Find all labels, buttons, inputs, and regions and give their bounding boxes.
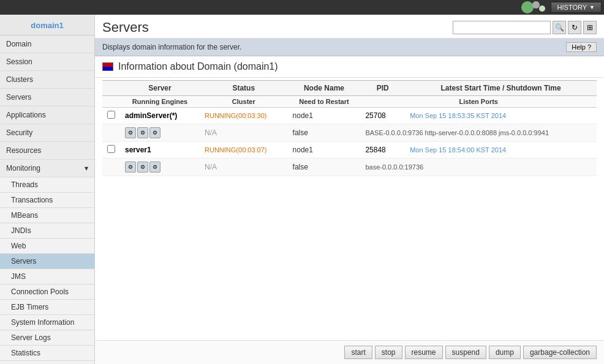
- col-header-status: Status: [200, 81, 288, 96]
- sub-col-need-restart: Need to Restart: [288, 96, 361, 108]
- sidebar-item-applications[interactable]: Applications: [0, 106, 94, 124]
- start-button[interactable]: start: [344, 346, 372, 359]
- sidebar-sub-threads[interactable]: Threads: [0, 177, 94, 193]
- server-icons-2: ⚙ ⚙ ⚙: [120, 158, 200, 176]
- sidebar-item-resources[interactable]: Resources: [0, 142, 94, 160]
- sidebar-sub-server-logs[interactable]: Server Logs: [0, 330, 94, 346]
- server-node-1: node1: [288, 108, 361, 124]
- refresh-button[interactable]: ↻: [568, 21, 581, 34]
- sidebar-item-security[interactable]: Security: [0, 124, 94, 142]
- search-button[interactable]: 🔍: [553, 21, 566, 34]
- server-icons-1: ⚙ ⚙ ⚙: [120, 124, 200, 142]
- sub-empty-1: [102, 124, 120, 142]
- sub-col-listen-ports: Listen Ports: [360, 96, 597, 108]
- engine-icon-2c[interactable]: ⚙: [149, 162, 160, 173]
- sidebar-item-clusters[interactable]: Clusters: [0, 71, 94, 89]
- info-text: Displays domain information for the serv…: [102, 43, 241, 51]
- server-cluster-1: N/A: [200, 124, 288, 142]
- server-start-2: Mon Sep 15 18:54:00 KST 2014: [405, 142, 597, 158]
- sidebar-sub-system-info[interactable]: System Information: [0, 315, 94, 330]
- server-ports-1: BASE-0.0.0.0:9736 http-server-0.0.0.0:80…: [360, 124, 597, 142]
- gc-button[interactable]: garbage-collection: [523, 346, 597, 359]
- servers-table-wrapper: Server Status Node Name PID Latest Start…: [95, 78, 604, 340]
- top-bar: HISTORY: [0, 0, 604, 15]
- col-header-pid: PID: [360, 81, 405, 96]
- sidebar-sub-statistics[interactable]: Statistics: [0, 346, 94, 361]
- section-header: Information about Domain (domain1): [95, 56, 604, 78]
- sidebar-sub-web[interactable]: Web: [0, 239, 94, 254]
- header-icons: 🔍 ↻ ⊞: [453, 21, 597, 34]
- engine-icon-2b[interactable]: ⚙: [137, 162, 148, 173]
- dump-button[interactable]: dump: [489, 346, 521, 359]
- engine-icon-1b[interactable]: ⚙: [137, 127, 148, 138]
- sidebar-sub-jndis[interactable]: JNDIs: [0, 223, 94, 239]
- monitoring-chevron-icon: ▾: [85, 164, 88, 173]
- history-button[interactable]: HISTORY: [551, 2, 602, 13]
- monitoring-label: Monitoring: [6, 164, 40, 173]
- sub-checkbox-header: [102, 96, 120, 108]
- stop-button[interactable]: stop: [375, 346, 402, 359]
- main-content: Servers 🔍 ↻ ⊞ Displays domain informatio…: [95, 15, 604, 364]
- col-header-server: Server: [120, 81, 200, 96]
- main-header: Servers 🔍 ↻ ⊞: [95, 15, 604, 39]
- search-input[interactable]: [453, 21, 551, 34]
- domain-flag-icon: [102, 62, 113, 71]
- engine-icon-2a[interactable]: ⚙: [125, 162, 136, 173]
- info-bar: Displays domain information for the serv…: [95, 39, 604, 56]
- export-button[interactable]: ⊞: [583, 21, 597, 34]
- sidebar-sub-jms[interactable]: JMS: [0, 269, 94, 284]
- checkbox-adminserver[interactable]: [107, 111, 115, 119]
- sidebar-item-session[interactable]: Session: [0, 53, 94, 71]
- server-ntr-2: false: [288, 158, 361, 176]
- sidebar-domain-title[interactable]: domain1: [0, 15, 94, 35]
- sidebar: domain1 Domain Session Clusters Servers …: [0, 15, 95, 364]
- sub-empty-2: [102, 158, 120, 176]
- server-pid-2: 25848: [360, 142, 405, 158]
- server-start-1: Mon Sep 15 18:53:35 KST 2014: [405, 108, 597, 124]
- table-row: adminServer(*) RUNNING(00:03:30) node1 2…: [102, 108, 597, 124]
- suspend-button[interactable]: suspend: [445, 346, 486, 359]
- sidebar-sub-connection-pools[interactable]: Connection Pools: [0, 284, 94, 300]
- action-bar: start stop resume suspend dump garbage-c…: [95, 340, 604, 364]
- col-header-node-name: Node Name: [288, 81, 361, 96]
- server-name-1: adminServer(*): [120, 108, 200, 124]
- server-pid-1: 25708: [360, 108, 405, 124]
- server-status-1: RUNNING(00:03:30): [200, 108, 288, 124]
- server-status-2: RUNNING(00:03:07): [200, 142, 288, 158]
- table-row: server1 RUNNING(00:03:07) node1 25848 Mo…: [102, 142, 597, 158]
- sidebar-item-monitoring[interactable]: Monitoring ▾: [0, 160, 94, 177]
- sidebar-sub-mbeans[interactable]: MBeans: [0, 208, 94, 223]
- help-button[interactable]: Help ?: [566, 42, 597, 52]
- sidebar-sub-patch-info[interactable]: Patch Info: [0, 361, 94, 364]
- sidebar-sub-servers[interactable]: Servers: [0, 254, 94, 269]
- page-title: Servers: [102, 20, 149, 35]
- sidebar-item-domain[interactable]: Domain: [0, 35, 94, 53]
- sidebar-sub-transactions[interactable]: Transactions: [0, 193, 94, 208]
- table-row: ⚙ ⚙ ⚙ N/A false base-0.0.0.0:19736: [102, 158, 597, 176]
- server-logo: [521, 0, 546, 15]
- checkbox-server1[interactable]: [107, 145, 115, 153]
- server-checkbox-1[interactable]: [102, 108, 120, 124]
- sidebar-sub-ejb-timers[interactable]: EJB Timers: [0, 300, 94, 315]
- engine-icon-1a[interactable]: ⚙: [125, 127, 136, 138]
- server-node-2: node1: [288, 142, 361, 158]
- checkbox-header: [102, 81, 120, 96]
- col-header-latest-start: Latest Start Time / Shutdown Time: [405, 81, 597, 96]
- server-cluster-2: N/A: [200, 158, 288, 176]
- servers-table: Server Status Node Name PID Latest Start…: [102, 80, 597, 176]
- table-row: ⚙ ⚙ ⚙ N/A false BASE-0.0.0.0:9736 http-s…: [102, 124, 597, 142]
- sub-col-running-engines: Running Engines: [120, 96, 200, 108]
- server-checkbox-2[interactable]: [102, 142, 120, 158]
- server-ports-2: base-0.0.0.0:19736: [360, 158, 597, 176]
- engine-icon-1c[interactable]: ⚙: [149, 127, 160, 138]
- section-title: Information about Domain (domain1): [118, 61, 278, 72]
- sidebar-item-servers[interactable]: Servers: [0, 89, 94, 106]
- sub-col-cluster: Cluster: [200, 96, 288, 108]
- server-ntr-1: false: [288, 124, 361, 142]
- server-name-2: server1: [120, 142, 200, 158]
- resume-button[interactable]: resume: [405, 346, 443, 359]
